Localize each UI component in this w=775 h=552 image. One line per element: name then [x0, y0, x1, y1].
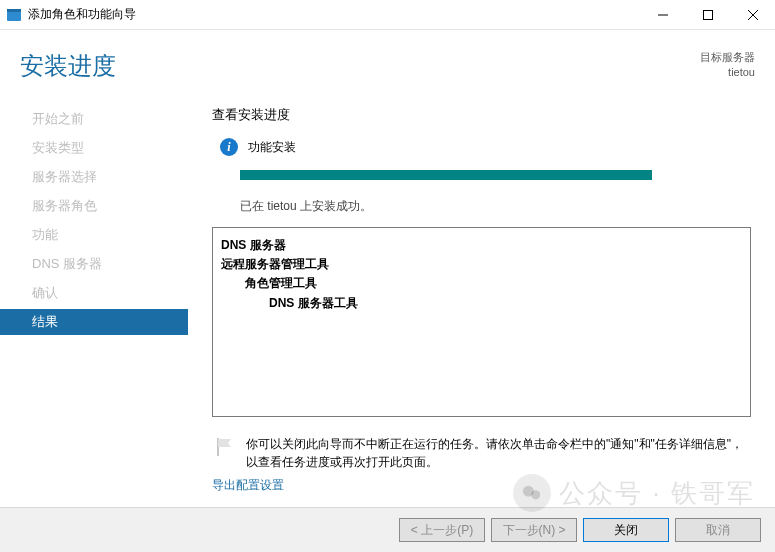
page-title: 安装进度	[20, 50, 116, 82]
prev-button: < 上一步(P)	[399, 518, 485, 542]
target-server-value: tietou	[700, 65, 755, 80]
window-controls	[640, 0, 775, 30]
status-label: 功能安装	[248, 139, 296, 156]
titlebar: 添加角色和功能向导	[0, 0, 775, 30]
cancel-button: 取消	[675, 518, 761, 542]
nav-item-5: DNS 服务器	[0, 251, 188, 277]
maximize-button[interactable]	[685, 0, 730, 30]
export-config-link[interactable]: 导出配置设置	[212, 477, 751, 494]
progress-bar	[240, 170, 652, 180]
target-server-label: 目标服务器	[700, 50, 755, 65]
window-title: 添加角色和功能向导	[28, 6, 136, 23]
info-icon: i	[220, 138, 238, 156]
nav-item-7[interactable]: 结果	[0, 309, 188, 335]
result-line: DNS 服务器工具	[221, 294, 742, 313]
success-text: 已在 tietou 上安装成功。	[240, 198, 751, 215]
nav-item-0: 开始之前	[0, 106, 188, 132]
close-window-button[interactable]	[730, 0, 775, 30]
nav-item-6: 确认	[0, 280, 188, 306]
flag-icon	[212, 435, 236, 459]
app-icon	[6, 7, 22, 23]
nav-item-3: 服务器角色	[0, 193, 188, 219]
result-line: 远程服务器管理工具	[221, 255, 742, 274]
results-box: DNS 服务器远程服务器管理工具角色管理工具DNS 服务器工具	[212, 227, 751, 417]
next-button: 下一步(N) >	[491, 518, 577, 542]
svg-rect-3	[703, 10, 712, 19]
footer: < 上一步(P) 下一步(N) > 关闭 取消	[0, 507, 775, 552]
progress-wrap	[240, 170, 751, 180]
minimize-button[interactable]	[640, 0, 685, 30]
section-title: 查看安装进度	[212, 106, 751, 124]
target-server-info: 目标服务器 tietou	[700, 50, 755, 81]
note-row: 你可以关闭此向导而不中断正在运行的任务。请依次单击命令栏中的"通知"和"任务详细…	[212, 435, 751, 471]
result-line: DNS 服务器	[221, 236, 742, 255]
main-panel: 查看安装进度 i 功能安装 已在 tietou 上安装成功。 DNS 服务器远程…	[188, 96, 775, 507]
nav-item-4: 功能	[0, 222, 188, 248]
wizard-nav: 开始之前安装类型服务器选择服务器角色功能DNS 服务器确认结果	[0, 96, 188, 507]
result-line: 角色管理工具	[221, 274, 742, 293]
status-row: i 功能安装	[220, 138, 751, 156]
header: 安装进度 目标服务器 tietou	[0, 30, 775, 96]
note-text: 你可以关闭此向导而不中断正在运行的任务。请依次单击命令栏中的"通知"和"任务详细…	[246, 435, 751, 471]
svg-rect-1	[7, 9, 21, 12]
nav-item-1: 安装类型	[0, 135, 188, 161]
nav-item-2: 服务器选择	[0, 164, 188, 190]
progress-fill	[240, 170, 652, 180]
close-button[interactable]: 关闭	[583, 518, 669, 542]
